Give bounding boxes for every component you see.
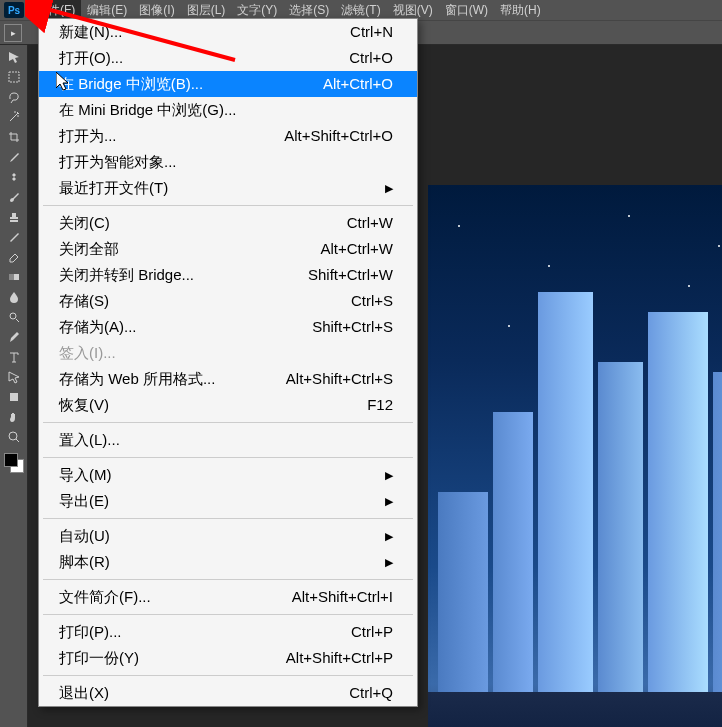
menu-shortcut: Shift+Ctrl+S — [312, 316, 393, 338]
menu-entry[interactable]: 最近打开文件(T)▶ — [39, 175, 417, 201]
menu-entry-label: 关闭并转到 Bridge... — [59, 264, 194, 286]
menu-shortcut: Alt+Ctrl+O — [323, 73, 393, 95]
type-tool[interactable] — [2, 347, 26, 367]
menu-entry[interactable]: 自动(U)▶ — [39, 523, 417, 549]
submenu-arrow-icon: ▶ — [385, 464, 393, 486]
menu-separator — [43, 457, 413, 458]
menu-shortcut: Ctrl+N — [350, 21, 393, 43]
menu-entry[interactable]: 恢复(V)F12 — [39, 392, 417, 418]
menu-entry[interactable]: 打开(O)...Ctrl+O — [39, 45, 417, 71]
stamp-tool[interactable] — [2, 207, 26, 227]
brush-tool[interactable] — [2, 187, 26, 207]
dodge-tool[interactable] — [2, 307, 26, 327]
menu-shortcut: Shift+Ctrl+W — [308, 264, 393, 286]
menubar: Ps 文件(F)编辑(E)图像(I)图层(L)文字(Y)选择(S)滤镜(T)视图… — [0, 0, 722, 20]
menu-separator — [43, 518, 413, 519]
menu-entry[interactable]: 导入(M)▶ — [39, 462, 417, 488]
menu-entry-label: 恢复(V) — [59, 394, 109, 416]
menu-entry-label: 存储为(A)... — [59, 316, 137, 338]
menu-entry[interactable]: 打印(P)...Ctrl+P — [39, 619, 417, 645]
menu-item[interactable]: 帮助(H) — [494, 0, 547, 21]
blur-tool[interactable] — [2, 287, 26, 307]
svg-rect-0 — [9, 72, 19, 82]
menu-shortcut: Ctrl+S — [351, 290, 393, 312]
tool-preset-icon[interactable]: ▸ — [4, 24, 22, 42]
file-menu-dropdown: 新建(N)...Ctrl+N打开(O)...Ctrl+O在 Bridge 中浏览… — [38, 18, 418, 707]
menu-item[interactable]: 窗口(W) — [439, 0, 494, 21]
menu-shortcut: Alt+Shift+Ctrl+O — [284, 125, 393, 147]
menu-shortcut: Alt+Ctrl+W — [320, 238, 393, 260]
menu-entry[interactable]: 在 Mini Bridge 中浏览(G)... — [39, 97, 417, 123]
menu-separator — [43, 614, 413, 615]
menu-entry[interactable]: 打开为智能对象... — [39, 149, 417, 175]
shape-tool[interactable] — [2, 387, 26, 407]
submenu-arrow-icon: ▶ — [385, 490, 393, 512]
menu-shortcut: F12 — [367, 394, 393, 416]
menu-entry[interactable]: 存储为 Web 所用格式...Alt+Shift+Ctrl+S — [39, 366, 417, 392]
submenu-arrow-icon: ▶ — [385, 177, 393, 199]
menu-shortcut: Ctrl+O — [349, 47, 393, 69]
menu-entry[interactable]: 置入(L)... — [39, 427, 417, 453]
menu-separator — [43, 675, 413, 676]
menu-entry[interactable]: 打开为...Alt+Shift+Ctrl+O — [39, 123, 417, 149]
menu-entry[interactable]: 退出(X)Ctrl+Q — [39, 680, 417, 706]
heal-tool[interactable] — [2, 167, 26, 187]
submenu-arrow-icon: ▶ — [385, 551, 393, 573]
crop-tool[interactable] — [2, 127, 26, 147]
menu-shortcut: Alt+Shift+Ctrl+P — [286, 647, 393, 669]
menu-shortcut: Ctrl+W — [347, 212, 393, 234]
menu-entry[interactable]: 关闭全部Alt+Ctrl+W — [39, 236, 417, 262]
menu-shortcut: Ctrl+Q — [349, 682, 393, 704]
menu-entry-label: 导入(M) — [59, 464, 112, 486]
menu-separator — [43, 422, 413, 423]
eyedropper-tool[interactable] — [2, 147, 26, 167]
menu-entry-label: 新建(N)... — [59, 21, 122, 43]
svg-rect-4 — [10, 393, 18, 401]
svg-point-3 — [10, 313, 16, 319]
menu-entry[interactable]: 脚本(R)▶ — [39, 549, 417, 575]
menu-entry[interactable]: 导出(E)▶ — [39, 488, 417, 514]
document-canvas[interactable] — [428, 185, 722, 727]
menu-entry-label: 在 Mini Bridge 中浏览(G)... — [59, 99, 237, 121]
menu-entry-label: 自动(U) — [59, 525, 110, 547]
marquee-tool[interactable] — [2, 67, 26, 87]
menu-entry-label: 在 Bridge 中浏览(B)... — [59, 73, 203, 95]
menu-entry[interactable]: 文件简介(F)...Alt+Shift+Ctrl+I — [39, 584, 417, 610]
menu-shortcut: Ctrl+P — [351, 621, 393, 643]
eraser-tool[interactable] — [2, 247, 26, 267]
menu-entry[interactable]: 在 Bridge 中浏览(B)...Alt+Ctrl+O — [39, 71, 417, 97]
move-tool[interactable] — [2, 47, 26, 67]
menu-entry[interactable]: 关闭并转到 Bridge...Shift+Ctrl+W — [39, 262, 417, 288]
pen-tool[interactable] — [2, 327, 26, 347]
menu-entry-label: 打印(P)... — [59, 621, 122, 643]
menu-entry[interactable]: 新建(N)...Ctrl+N — [39, 19, 417, 45]
menu-entry-label: 存储(S) — [59, 290, 109, 312]
path-tool[interactable] — [2, 367, 26, 387]
menu-separator — [43, 205, 413, 206]
menu-entry-label: 文件简介(F)... — [59, 586, 151, 608]
zoom-tool[interactable] — [2, 427, 26, 447]
color-swatches[interactable] — [2, 451, 26, 475]
menu-entry-label: 打开为智能对象... — [59, 151, 177, 173]
menu-entry[interactable]: 关闭(C)Ctrl+W — [39, 210, 417, 236]
menu-entry-label: 打印一份(Y) — [59, 647, 139, 669]
hand-tool[interactable] — [2, 407, 26, 427]
menu-entry[interactable]: 存储为(A)...Shift+Ctrl+S — [39, 314, 417, 340]
menu-entry: 签入(I)... — [39, 340, 417, 366]
svg-point-5 — [9, 432, 17, 440]
menu-entry-label: 关闭全部 — [59, 238, 119, 260]
history-tool[interactable] — [2, 227, 26, 247]
menu-entry[interactable]: 存储(S)Ctrl+S — [39, 288, 417, 314]
lasso-tool[interactable] — [2, 87, 26, 107]
menu-entry-label: 关闭(C) — [59, 212, 110, 234]
wand-tool[interactable] — [2, 107, 26, 127]
gradient-tool[interactable] — [2, 267, 26, 287]
menu-entry-label: 脚本(R) — [59, 551, 110, 573]
svg-rect-2 — [9, 274, 14, 280]
toolbar — [0, 45, 28, 727]
menu-entry-label: 导出(E) — [59, 490, 109, 512]
menu-entry[interactable]: 打印一份(Y)Alt+Shift+Ctrl+P — [39, 645, 417, 671]
menu-entry-label: 签入(I)... — [59, 342, 116, 364]
menu-entry-label: 存储为 Web 所用格式... — [59, 368, 215, 390]
ps-logo: Ps — [4, 2, 24, 18]
